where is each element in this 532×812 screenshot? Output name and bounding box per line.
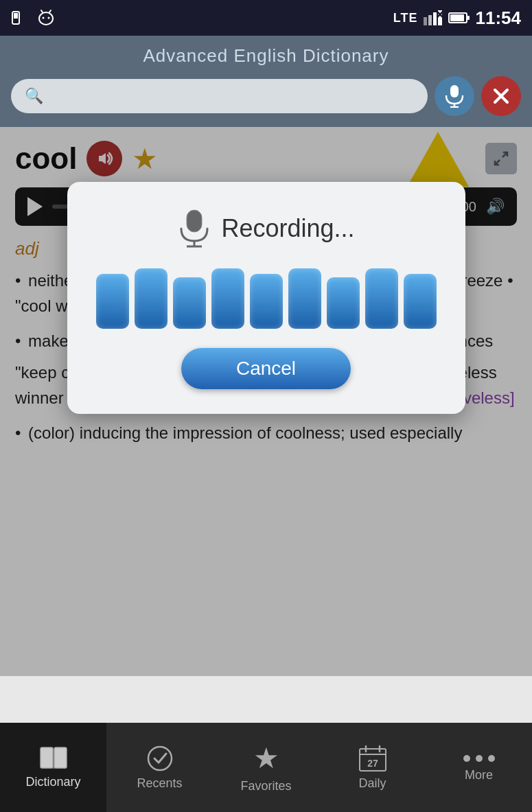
recording-title-row: Recording... <box>177 209 354 248</box>
microphone-icon <box>444 84 465 108</box>
cancel-recording-button[interactable]: Cancel <box>181 348 351 389</box>
svg-point-38 <box>476 755 483 762</box>
bar-3 <box>173 277 206 329</box>
search-row: 🔍 <box>11 76 521 116</box>
app-title: Advanced English Dictionary <box>11 45 521 67</box>
svg-rect-14 <box>450 14 464 21</box>
nav-more-label: More <box>465 768 493 782</box>
modal-overlay: Recording... Cancel <box>0 127 532 676</box>
svg-point-2 <box>39 12 53 25</box>
nav-favorites-label: Favorites <box>240 779 291 793</box>
bar-8 <box>365 268 398 329</box>
bar-6 <box>288 268 321 329</box>
svg-line-6 <box>49 10 51 12</box>
status-right: LTE 11:54 <box>393 8 521 29</box>
svg-point-39 <box>488 755 495 762</box>
svg-line-5 <box>41 10 43 12</box>
nav-more[interactable]: More <box>426 723 532 812</box>
nav-recents[interactable]: Recents <box>106 723 213 812</box>
bar-9 <box>404 274 437 329</box>
recording-title-text: Recording... <box>221 214 354 243</box>
svg-rect-8 <box>428 15 432 25</box>
svg-rect-29 <box>54 747 67 768</box>
status-bar: LTE 11:54 <box>0 0 532 36</box>
star-nav-icon: ★ <box>253 741 279 775</box>
signal-icon <box>424 10 443 25</box>
bar-7 <box>327 277 360 329</box>
nav-recents-label: Recents <box>137 776 182 791</box>
app-header: Advanced English Dictionary 🔍 <box>0 36 532 127</box>
close-button[interactable] <box>481 76 521 116</box>
book-icon <box>39 746 68 771</box>
search-box: 🔍 <box>11 79 428 113</box>
search-icon: 🔍 <box>25 87 43 105</box>
svg-text:27: 27 <box>367 758 378 769</box>
status-icons <box>11 9 55 27</box>
bar-4 <box>211 268 244 329</box>
svg-rect-25 <box>187 210 202 232</box>
svg-rect-16 <box>450 85 459 97</box>
modal-mic-icon <box>177 209 211 248</box>
mic-button[interactable] <box>435 76 474 116</box>
battery-icon <box>448 11 470 25</box>
time-display: 11:54 <box>476 8 522 29</box>
content-area: cool ★ 0:00 🔊 adj <box>0 127 532 676</box>
nav-daily-label: Daily <box>358 776 386 791</box>
svg-point-4 <box>48 17 50 19</box>
svg-rect-9 <box>433 12 437 25</box>
svg-point-37 <box>463 755 470 762</box>
android-icon <box>37 9 55 27</box>
level-bars <box>96 267 437 329</box>
bar-1 <box>96 274 129 329</box>
bar-5 <box>250 274 283 329</box>
more-dots-icon <box>463 753 496 764</box>
sim-icon <box>11 10 30 25</box>
svg-rect-15 <box>467 16 470 20</box>
nav-daily[interactable]: 27 Daily <box>319 723 426 812</box>
nav-dictionary-label: Dictionary <box>25 775 80 789</box>
bottom-nav: Dictionary Recents ★ Favorites 27 Daily … <box>0 723 532 812</box>
svg-point-3 <box>43 17 45 19</box>
nav-dictionary[interactable]: Dictionary <box>0 723 106 812</box>
svg-point-31 <box>148 747 172 770</box>
search-input[interactable] <box>50 89 414 104</box>
svg-rect-1 <box>14 13 18 19</box>
recording-modal: Recording... Cancel <box>67 182 465 414</box>
check-circle-icon <box>146 745 174 772</box>
x-icon <box>492 87 510 105</box>
svg-rect-28 <box>41 747 53 768</box>
svg-rect-7 <box>424 17 427 25</box>
calendar-icon: 27 <box>358 745 387 772</box>
lte-label: LTE <box>393 11 418 25</box>
nav-favorites[interactable]: ★ Favorites <box>213 723 319 812</box>
bar-2 <box>135 268 167 329</box>
